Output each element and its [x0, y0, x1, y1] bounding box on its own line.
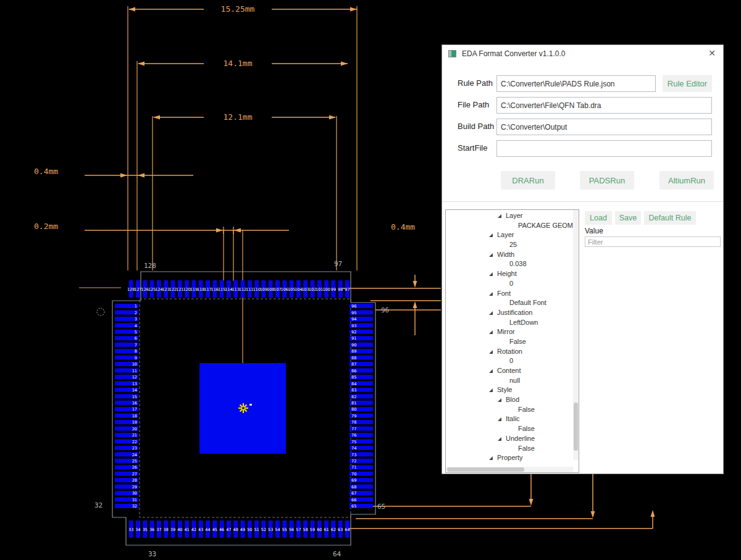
tree-expand-icon[interactable] — [489, 292, 493, 296]
pin-number: 96 — [351, 304, 356, 309]
tree-item-label: Rotation — [497, 348, 522, 355]
tree-expand-icon[interactable] — [489, 330, 493, 334]
tree-item-justification[interactable]: Justification — [446, 308, 573, 318]
tree-item-height[interactable]: Height — [446, 269, 573, 279]
tree-expand-icon[interactable] — [489, 233, 493, 237]
tree-item-font[interactable]: Font — [446, 289, 573, 299]
tree-item-layer[interactable]: Layer — [446, 211, 573, 221]
tree-expand-icon[interactable] — [498, 214, 501, 218]
pin-number: 55 — [282, 527, 287, 532]
tree-item-null[interactable]: null — [446, 376, 573, 386]
tree-item-width[interactable]: Width — [446, 250, 573, 260]
tree-item-mirror[interactable]: Mirror — [446, 327, 573, 337]
pin-number: 100 — [322, 287, 330, 292]
rule-path-input[interactable] — [496, 75, 656, 92]
tree-item-false[interactable]: False — [446, 337, 573, 347]
tree-horizontal-scrollbar[interactable] — [446, 467, 573, 472]
pin-number: 54 — [275, 527, 280, 532]
startfile-input[interactable] — [496, 140, 712, 157]
dim-label-0-4-right: 0.4mm — [391, 222, 415, 232]
tree-item-label: Height — [497, 270, 517, 277]
pin-number: 56 — [289, 527, 294, 532]
tree-expand-icon[interactable] — [489, 253, 493, 257]
pin-number: 74 — [351, 446, 356, 451]
pin-number: 50 — [247, 527, 252, 532]
tree-expand-icon[interactable] — [489, 388, 493, 392]
pin-number: 97 — [345, 287, 350, 292]
tree-item-0-038[interactable]: 0.038 — [446, 259, 573, 269]
pin-number: 1 — [135, 304, 137, 309]
tree-expand-icon[interactable] — [498, 417, 501, 421]
pin-number: 24 — [132, 453, 137, 458]
tree-item-layer[interactable]: Layer — [446, 230, 573, 240]
load-button[interactable]: Load — [585, 211, 612, 225]
tree-item-blod[interactable]: Blod — [446, 395, 573, 405]
tree-item-false[interactable]: False — [446, 444, 573, 454]
tree-item-0[interactable]: 0 — [446, 279, 573, 289]
tree-expand-icon[interactable] — [489, 456, 493, 460]
rule-editor-button[interactable]: Rule Editor — [663, 75, 712, 92]
tree-item-false[interactable]: False — [446, 424, 573, 434]
pin-number: 86 — [351, 369, 356, 374]
pin-number: 99 — [331, 287, 336, 292]
pin-number: 12 — [132, 375, 137, 380]
save-button[interactable]: Save — [615, 211, 641, 225]
pin-number: 47 — [226, 527, 231, 532]
rule-path-label: Rule Path — [458, 78, 493, 88]
horizontal-scroll-thumb[interactable] — [447, 467, 524, 472]
tree-item-label: Layer — [497, 231, 514, 238]
tree-item-rotation[interactable]: Rotation — [446, 347, 573, 357]
tree-item-label: Mirror — [497, 328, 515, 335]
tree-expand-icon[interactable] — [498, 437, 501, 441]
dimension-15-25: 15.25mm — [128, 4, 357, 14]
pin-number: 79 — [351, 414, 356, 419]
file-path-input[interactable] — [496, 97, 712, 114]
tree-item-leftdown[interactable]: LeftDown — [446, 318, 573, 328]
pin-number: 43 — [198, 527, 203, 532]
tree-item-25[interactable]: 25 — [446, 240, 573, 250]
tree-item-label: Italic — [506, 415, 520, 422]
pin-number: 40 — [177, 527, 182, 532]
tree-expand-icon[interactable] — [498, 398, 501, 402]
pin-number: 76 — [351, 433, 356, 438]
tree-expand-icon[interactable] — [489, 369, 493, 373]
tree-item-property[interactable]: Property — [446, 453, 573, 463]
pin-number: 88 — [351, 356, 356, 361]
dimension-14-1: 14.1mm — [138, 59, 348, 68]
build-path-input[interactable] — [496, 119, 712, 135]
pin-number: 15 — [132, 395, 137, 399]
tree-expand-icon[interactable] — [489, 350, 493, 354]
tree-item-label: Width — [497, 251, 514, 258]
dimension-extension-lines — [79, 6, 357, 363]
pin-number: 8 — [135, 349, 137, 354]
tree-item-underline[interactable]: Underline — [446, 434, 573, 444]
tree-item-package-geome[interactable]: PACKAGE GEOME — [446, 221, 573, 231]
tree-item-label: False — [509, 338, 526, 345]
tree-item-style[interactable]: Style — [446, 385, 573, 395]
dim-label-14-1: 14.1mm — [224, 59, 253, 68]
filter-input[interactable] — [585, 236, 721, 247]
tree-item-false[interactable]: False — [446, 405, 573, 415]
tree-vertical-scrollbar[interactable] — [573, 210, 579, 460]
dra-run-button[interactable]: DRARun — [501, 171, 555, 190]
pin-number: 27 — [132, 472, 137, 477]
pads-run-button[interactable]: PADSRun — [580, 171, 634, 190]
default-rule-button[interactable]: Default Rule — [644, 211, 696, 225]
tree-item-italic[interactable]: Italic — [446, 414, 573, 424]
label-pin33: 33 — [148, 550, 156, 558]
altium-run-button[interactable]: AltiumRun — [659, 171, 714, 190]
tree-item-label: Font — [497, 290, 511, 297]
vertical-scroll-thumb[interactable] — [574, 403, 578, 451]
pin-number: 38 — [164, 527, 169, 532]
pin-number: 70 — [351, 472, 356, 477]
build-path-label: Build Path — [458, 122, 494, 131]
tree-item-content[interactable]: Content — [446, 366, 573, 376]
tree-item-default-font[interactable]: Default Font — [446, 298, 573, 308]
titlebar[interactable]: EDA Format Converter v1.1.0.0 ✕ — [442, 45, 723, 62]
eda-cad-canvas: 15.25mm 14.1mm 12.1mm 0.4mm 0.2mm 0.4mm — [0, 0, 741, 560]
tree-item-0[interactable]: 0 — [446, 356, 573, 366]
close-icon[interactable]: ✕ — [708, 49, 716, 57]
tree-expand-icon[interactable] — [489, 311, 493, 315]
tree-expand-icon[interactable] — [489, 272, 493, 276]
pin-number: 65 — [351, 504, 356, 509]
